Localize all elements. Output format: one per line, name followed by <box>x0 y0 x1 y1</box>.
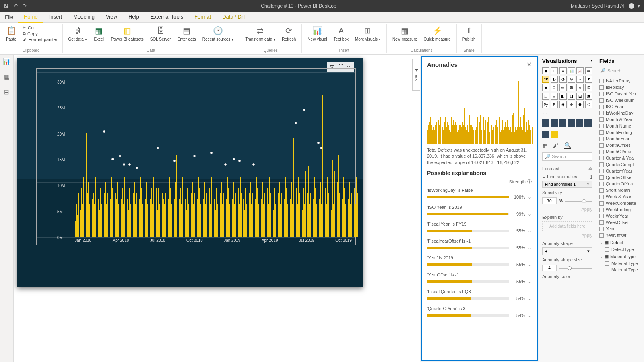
paste-button[interactable]: 📋Paste <box>3 24 19 42</box>
viz-type-icon[interactable]: ⊞ <box>568 84 575 91</box>
checkbox[interactable] <box>599 233 604 238</box>
viz-type-icon[interactable]: ◐ <box>551 76 558 83</box>
viz-type-icon[interactable]: ◔ <box>559 76 567 83</box>
chevron-down-icon[interactable]: ⌄ <box>528 279 532 284</box>
explanation-item[interactable]: 'QuarterOfYear' is 354%⌄ <box>427 306 532 318</box>
field-item[interactable]: ISO Year <box>599 103 641 110</box>
chevron-down-icon[interactable]: ⌄ <box>528 245 532 251</box>
viz-type-icon[interactable]: ⊙ <box>568 76 575 83</box>
menu-tab-insert[interactable]: Insert <box>43 12 68 23</box>
viz-type-icon[interactable]: ⊟ <box>551 93 558 100</box>
field-item[interactable]: Material Type <box>599 260 641 267</box>
viz-type-icon[interactable]: ◉ <box>559 101 567 108</box>
checkbox[interactable] <box>599 92 604 96</box>
save-icon[interactable]: 🖫 <box>4 3 9 9</box>
field-well[interactable] <box>551 119 558 127</box>
fields-well-icon[interactable]: ▦ <box>542 142 547 149</box>
checkbox[interactable] <box>599 188 604 193</box>
excel-button[interactable]: ▦Excel <box>91 24 107 42</box>
field-item[interactable]: Material Type <box>599 267 641 273</box>
field-item[interactable]: MonthnYear <box>599 136 641 142</box>
checkbox[interactable] <box>605 268 609 272</box>
field-item[interactable]: Month & Year <box>599 116 641 123</box>
new-measure-button[interactable]: ▦New measure <box>390 24 420 42</box>
model-view-icon[interactable]: ⊟ <box>3 88 11 97</box>
user-area[interactable]: Mudassir Syed Rashid Ali ▾ <box>571 3 640 9</box>
field-table[interactable]: ⌄▦Defect <box>599 239 641 246</box>
checkbox[interactable] <box>599 220 604 225</box>
viz-type-icon[interactable]: ≡ <box>559 67 567 74</box>
checkbox[interactable] <box>599 85 604 90</box>
transform-data-button[interactable]: ⇄Transform data ▾ <box>243 24 278 42</box>
viz-search[interactable]: 🔎 Search <box>542 152 592 161</box>
get-data-button[interactable]: 🛢Get data ▾ <box>66 24 89 42</box>
data-view-icon[interactable]: ▦ <box>3 73 11 81</box>
menu-tab-view[interactable]: View <box>100 12 123 23</box>
viz-type-icon[interactable]: ▯ <box>551 67 558 74</box>
menu-tab-external-tools[interactable]: External Tools <box>145 12 189 23</box>
checkbox[interactable] <box>599 182 604 186</box>
filters-pane-tab[interactable]: Filters <box>412 59 420 91</box>
viz-type-icon[interactable]: ▲ <box>576 76 584 83</box>
anomalies-mini-chart[interactable] <box>427 72 532 144</box>
viz-type-icon[interactable]: ⊕ <box>568 101 575 108</box>
checkbox[interactable] <box>599 227 604 231</box>
chevron-down-icon[interactable]: ⌄ <box>528 194 532 200</box>
menu-tab-home[interactable]: Home <box>18 12 43 23</box>
explanation-item[interactable]: 'IsWorkingDay' is False100%⌄ <box>427 188 532 200</box>
explanation-item[interactable]: 'Fiscal Year' is FY1955%⌄ <box>427 222 532 234</box>
field-item[interactable]: WeekOffset <box>599 219 641 226</box>
sensitivity-slider[interactable] <box>565 201 592 202</box>
remove-chip-icon[interactable]: ✕ <box>586 182 590 187</box>
menu-tab-modeling[interactable]: Modeling <box>68 12 100 23</box>
field-well[interactable] <box>542 131 549 138</box>
chart-visual[interactable]: ▽ ⛶ ⋯ 30M25M20M15M10M5M0M Jan 2018Apr 20… <box>17 58 363 287</box>
field-item[interactable]: Week & Year <box>599 193 641 200</box>
viz-type-icon[interactable]: ◆ <box>542 84 549 91</box>
field-item[interactable]: QuarternYear <box>599 168 641 174</box>
more-viz-icon[interactable]: ⋯ <box>542 111 592 117</box>
viz-type-icon[interactable]: ▮ <box>542 67 549 74</box>
chevron-down-icon[interactable]: ⌄ <box>528 211 532 217</box>
field-item[interactable]: QuarterOffset <box>599 174 641 181</box>
checkbox[interactable] <box>599 175 604 180</box>
field-well[interactable] <box>551 131 558 138</box>
checkbox[interactable] <box>599 169 604 173</box>
field-item[interactable]: IsAfterToday <box>599 78 641 84</box>
viz-type-icon[interactable]: ◧ <box>559 93 567 100</box>
checkbox[interactable] <box>599 124 604 128</box>
checkbox[interactable] <box>599 98 604 103</box>
viz-type-icon[interactable]: ▦ <box>585 67 592 74</box>
field-item[interactable]: Short Month <box>599 187 641 193</box>
chevron-down-icon[interactable]: ⌄ <box>528 228 532 234</box>
field-well[interactable] <box>542 119 549 127</box>
checkbox[interactable] <box>599 156 604 160</box>
checkbox[interactable] <box>599 105 604 109</box>
viz-type-icon[interactable]: ▼ <box>585 76 592 83</box>
checkbox[interactable] <box>599 162 604 167</box>
shape-select[interactable]: ●▾ <box>542 247 592 255</box>
info-icon[interactable]: ⓘ <box>527 179 532 185</box>
refresh-button[interactable]: ⟳Refresh <box>279 24 298 42</box>
field-item[interactable]: WeekComplete <box>599 200 641 206</box>
field-well[interactable] <box>576 119 583 127</box>
sql-button[interactable]: 🗄SQL Server <box>148 24 173 42</box>
forecast-section[interactable]: Forecast⚠ <box>542 164 592 173</box>
viz-type-icon[interactable]: Py <box>542 101 549 108</box>
checkbox[interactable] <box>599 195 604 199</box>
explanation-item[interactable]: 'Year' is 201955%⌄ <box>427 255 532 267</box>
apply-button[interactable]: Apply <box>542 207 592 212</box>
analytics-well-icon[interactable]: 🔍 <box>564 142 571 149</box>
undo-icon[interactable]: ↶ <box>14 3 18 9</box>
checkbox[interactable] <box>599 79 604 83</box>
field-item[interactable]: IsHoliday <box>599 84 641 90</box>
field-item[interactable]: ISO Day of Yea <box>599 90 641 97</box>
fields-search[interactable]: 🔎Search <box>599 67 641 74</box>
explanation-item[interactable]: 'YearOffset' is -155%⌄ <box>427 272 532 284</box>
chevron-down-icon[interactable]: ⌄ <box>528 296 532 301</box>
field-well[interactable] <box>568 119 575 127</box>
file-menu[interactable]: File <box>0 12 18 22</box>
field-well[interactable] <box>584 119 592 127</box>
field-table[interactable]: ⌄▦MaterialType <box>599 253 641 260</box>
close-icon[interactable]: ✕ <box>526 61 532 68</box>
